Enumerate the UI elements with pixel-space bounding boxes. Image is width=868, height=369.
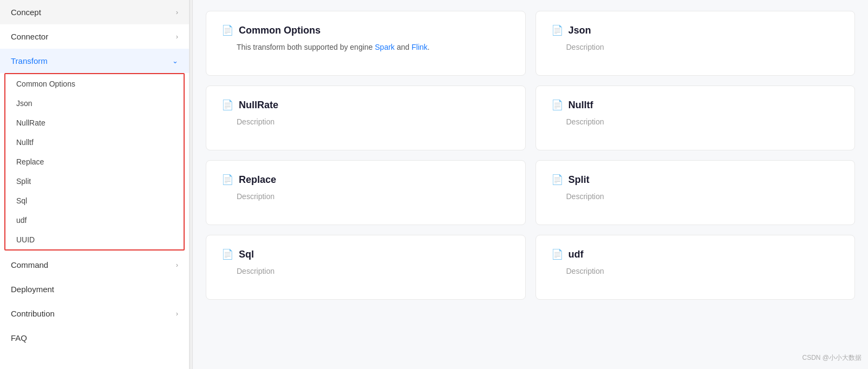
card-json-header: 📄 Json — [551, 24, 840, 36]
card-nullrate-desc: Description — [221, 117, 510, 126]
card-split-title: Split — [569, 174, 590, 186]
card-replace-title: Replace — [239, 174, 276, 186]
submenu-item-sql[interactable]: Sql — [5, 191, 184, 210]
card-nulltf-header: 📄 Nulltf — [551, 99, 840, 111]
card-nulltf-desc: Description — [551, 117, 840, 126]
card-common-options-desc: This transform both supported by engine … — [221, 43, 510, 51]
submenu-item-split[interactable]: Split — [5, 172, 184, 191]
sidebar: Concept › Connector › Transform ⌄ Common… — [0, 0, 190, 369]
document-icon: 📄 — [551, 174, 563, 186]
submenu-item-udf[interactable]: udf — [5, 210, 184, 230]
card-sql-header: 📄 Sql — [221, 248, 510, 260]
sidebar-label-transform: Transform — [11, 56, 48, 65]
document-icon: 📄 — [551, 248, 563, 260]
submenu-item-common-options[interactable]: Common Options — [5, 74, 184, 94]
submenu-item-nullrate[interactable]: NullRate — [5, 113, 184, 133]
sidebar-label-concept: Concept — [11, 8, 41, 17]
sidebar-label-faq: FAQ — [11, 333, 27, 342]
card-nullrate[interactable]: 📄 NullRate Description — [206, 85, 526, 150]
card-split-header: 📄 Split — [551, 174, 840, 186]
sidebar-item-transform[interactable]: Transform ⌄ — [0, 49, 189, 73]
spark-text: Spark — [375, 43, 395, 51]
card-udf[interactable]: 📄 udf Description — [536, 235, 856, 300]
submenu-item-uuid[interactable]: UUID — [5, 230, 184, 249]
document-icon: 📄 — [551, 99, 563, 111]
document-icon: 📄 — [221, 99, 233, 111]
submenu-item-replace[interactable]: Replace — [5, 152, 184, 172]
sidebar-item-connector[interactable]: Connector › — [0, 24, 189, 49]
card-replace-header: 📄 Replace — [221, 174, 510, 186]
chevron-right-icon: › — [176, 32, 178, 41]
card-replace[interactable]: 📄 Replace Description — [206, 160, 526, 225]
transform-submenu: Common Options Json NullRate Nulltf Repl… — [4, 73, 185, 251]
document-icon: 📄 — [551, 24, 563, 36]
card-common-options-header: 📄 Common Options — [221, 24, 510, 36]
card-common-options-title: Common Options — [239, 25, 321, 36]
chevron-down-icon: ⌄ — [172, 57, 178, 65]
card-replace-desc: Description — [221, 192, 510, 201]
sidebar-label-deployment: Deployment — [11, 285, 54, 294]
card-sql[interactable]: 📄 Sql Description — [206, 235, 526, 300]
chevron-right-icon: › — [176, 8, 178, 16]
sidebar-item-concept[interactable]: Concept › — [0, 0, 189, 24]
card-udf-title: udf — [569, 249, 584, 260]
submenu-item-nulltf[interactable]: Nulltf — [5, 133, 184, 152]
card-json-desc: Description — [551, 43, 840, 51]
submenu-item-json[interactable]: Json — [5, 94, 184, 113]
card-sql-desc: Description — [221, 267, 510, 275]
cards-grid: 📄 Common Options This transform both sup… — [206, 11, 855, 300]
card-split-desc: Description — [551, 192, 840, 201]
document-icon: 📄 — [221, 24, 233, 36]
card-nullrate-header: 📄 NullRate — [221, 99, 510, 111]
card-split[interactable]: 📄 Split Description — [536, 160, 856, 225]
card-sql-title: Sql — [239, 249, 254, 260]
watermark: CSDN @小小大数据 — [802, 353, 862, 363]
card-udf-desc: Description — [551, 267, 840, 275]
sidebar-label-command: Command — [11, 260, 48, 269]
sidebar-label-connector: Connector — [11, 32, 48, 41]
flink-text: Flink — [412, 43, 428, 51]
main-content: 📄 Common Options This transform both sup… — [193, 0, 868, 369]
sidebar-item-faq[interactable]: FAQ › — [0, 326, 189, 350]
card-nulltf[interactable]: 📄 Nulltf Description — [536, 85, 856, 150]
card-json[interactable]: 📄 Json Description — [536, 11, 856, 76]
card-common-options[interactable]: 📄 Common Options This transform both sup… — [206, 11, 526, 76]
chevron-right-icon: › — [176, 309, 178, 318]
sidebar-item-deployment[interactable]: Deployment › — [0, 277, 189, 301]
sidebar-label-contribution: Contribution — [11, 309, 55, 318]
card-nullrate-title: NullRate — [239, 100, 278, 111]
card-nulltf-title: Nulltf — [569, 100, 593, 111]
card-udf-header: 📄 udf — [551, 248, 840, 260]
sidebar-item-contribution[interactable]: Contribution › — [0, 301, 189, 326]
sidebar-item-command[interactable]: Command › — [0, 253, 189, 277]
chevron-right-icon: › — [176, 261, 178, 269]
card-json-title: Json — [569, 25, 591, 36]
document-icon: 📄 — [221, 174, 233, 186]
document-icon: 📄 — [221, 248, 233, 260]
